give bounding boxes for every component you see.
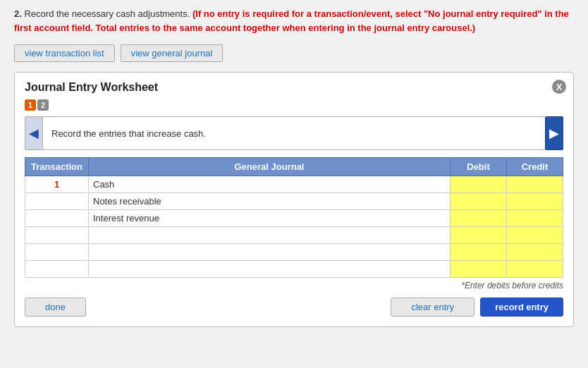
carousel-prev-button[interactable]: ◀ [25,116,43,150]
clear-entry-button[interactable]: clear entry [391,298,474,317]
top-buttons: view transaction list view general journ… [14,44,574,62]
header-debit: Debit [451,158,507,176]
close-button[interactable]: X [552,80,566,94]
header-credit: Credit [507,158,563,176]
journal-table: Transaction General Journal Debit Credit… [25,157,563,278]
table-row [25,244,563,261]
table-row [25,227,563,244]
worksheet-title: Journal Entry Worksheet [25,81,563,94]
cell-credit-4[interactable] [507,244,563,261]
cell-debit-3[interactable] [451,227,507,244]
carousel-next-button[interactable]: ▶ [545,116,563,150]
done-button[interactable]: done [25,298,86,317]
cell-debit-0[interactable] [451,176,507,193]
cell-journal-1[interactable]: Notes receivable [89,193,451,210]
cell-debit-2[interactable] [451,210,507,227]
cell-journal-5[interactable] [89,261,451,278]
instruction-main-text: Record the necessary cash adjustments. [24,8,190,19]
header-transaction: Transaction [25,158,89,176]
cell-credit-2[interactable] [507,210,563,227]
carousel-area: ◀ Record the entries that increase cash.… [25,116,563,150]
cell-credit-3[interactable] [507,227,563,244]
cell-debit-4[interactable] [451,244,507,261]
header-general-journal: General Journal [89,158,451,176]
cell-transaction-2[interactable] [25,210,89,227]
table-row: Interest revenue [25,210,563,227]
table-row: 1Cash [25,176,563,193]
cell-transaction-3[interactable] [25,227,89,244]
cell-transaction-1[interactable] [25,193,89,210]
view-transaction-list-button[interactable]: view transaction list [14,44,115,62]
cell-transaction-4[interactable] [25,244,89,261]
cell-journal-2[interactable]: Interest revenue [89,210,451,227]
view-general-journal-button[interactable]: view general journal [121,44,223,62]
cell-credit-1[interactable] [507,193,563,210]
worksheet-panel: Journal Entry Worksheet X 1 2 ◀ Record t… [14,72,574,327]
step-badge-1: 1 [25,99,36,111]
step-indicators: 1 2 [25,99,563,111]
cell-transaction-5[interactable] [25,261,89,278]
cell-journal-0[interactable]: Cash [89,176,451,193]
cell-credit-0[interactable] [507,176,563,193]
cell-debit-1[interactable] [451,193,507,210]
step-badge-2: 2 [37,99,49,111]
record-entry-button[interactable]: record entry [480,298,563,317]
table-header-row: Transaction General Journal Debit Credit [25,158,563,176]
cell-debit-5[interactable] [451,261,507,278]
cell-credit-5[interactable] [507,261,563,278]
table-row [25,261,563,278]
instruction-block: 2. Record the necessary cash adjustments… [14,7,574,35]
bottom-buttons: done clear entry record entry [25,298,563,317]
hint-text: *Enter debits before credits [25,281,563,290]
carousel-text: Record the entries that increase cash. [43,116,545,150]
table-row: Notes receivable [25,193,563,210]
bottom-right-buttons: clear entry record entry [391,298,563,317]
cell-transaction-0[interactable]: 1 [25,176,89,193]
cell-journal-3[interactable] [89,227,451,244]
step-number: 2. [14,8,22,19]
cell-journal-4[interactable] [89,244,451,261]
